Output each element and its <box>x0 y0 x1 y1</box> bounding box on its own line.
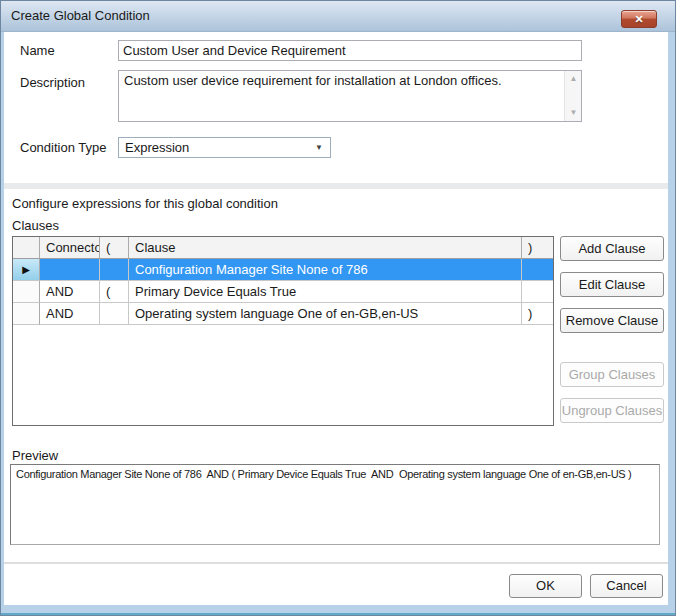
description-text: Custom user device requirement for insta… <box>124 73 502 88</box>
cell-open-paren: ( <box>100 281 129 303</box>
cell-connector <box>40 259 100 281</box>
header-close-paren: ) <box>522 237 553 259</box>
close-button[interactable]: ✕ <box>621 10 657 28</box>
cell-open-paren <box>100 303 129 325</box>
preview-label: Preview <box>12 448 58 463</box>
chevron-down-icon: ▼ <box>315 138 323 157</box>
table-row[interactable]: ▶ Configuration Manager Site None of 786 <box>13 259 553 281</box>
scroll-down-icon[interactable]: ▼ <box>565 106 582 120</box>
window-frame-accent <box>1 613 675 615</box>
row-selector-icon: ▶ <box>13 259 40 281</box>
create-global-condition-dialog: Create Global Condition ✕ Name Descripti… <box>0 0 676 616</box>
cell-connector: AND <box>40 303 100 325</box>
header-clause: Clause <box>129 237 522 259</box>
table-row[interactable]: AND Operating system language One of en-… <box>13 303 553 325</box>
header-connector: Connector <box>40 237 100 259</box>
preview-box: Configuration Manager Site None of 786 A… <box>10 464 660 545</box>
table-row[interactable]: AND ( Primary Device Equals True <box>13 281 553 303</box>
close-icon: ✕ <box>634 13 643 25</box>
condition-type-value: Expression <box>125 140 189 155</box>
dialog-title: Create Global Condition <box>11 1 150 31</box>
cell-clause: Operating system language One of en-GB,e… <box>129 303 522 325</box>
clauses-table-header: Connector ( Clause ) <box>13 237 553 259</box>
cell-connector: AND <box>40 281 100 303</box>
footer-divider <box>4 562 668 564</box>
clauses-table: Connector ( Clause ) ▶ Configuration Man… <box>12 236 554 426</box>
condition-type-select[interactable]: Expression ▼ <box>118 137 331 158</box>
group-clauses-button: Group Clauses <box>560 362 664 387</box>
ok-button[interactable]: OK <box>509 574 582 598</box>
edit-clause-button[interactable]: Edit Clause <box>560 272 664 297</box>
cell-close-paren <box>522 281 553 303</box>
header-open-paren: ( <box>100 237 129 259</box>
scroll-up-icon[interactable]: ▲ <box>565 72 582 86</box>
remove-clause-button[interactable]: Remove Clause <box>560 308 664 333</box>
description-input[interactable]: Custom user device requirement for insta… <box>118 70 582 122</box>
ungroup-clauses-button: Ungroup Clauses <box>560 398 664 423</box>
section-label: Configure expressions for this global co… <box>12 196 278 211</box>
description-label: Description <box>20 75 85 90</box>
name-input[interactable] <box>118 40 582 61</box>
add-clause-button[interactable]: Add Clause <box>560 236 664 261</box>
cell-close-paren: ) <box>522 303 553 325</box>
clauses-label: Clauses <box>12 218 59 233</box>
row-indicator <box>13 303 40 325</box>
cell-close-paren <box>522 259 553 281</box>
cell-clause: Primary Device Equals True <box>129 281 522 303</box>
description-scrollbar[interactable]: ▲ ▼ <box>564 71 581 121</box>
name-label: Name <box>20 43 55 58</box>
header-indicator <box>13 237 40 259</box>
condition-type-label: Condition Type <box>20 140 107 155</box>
row-indicator <box>13 281 40 303</box>
cell-clause: Configuration Manager Site None of 786 <box>129 259 522 281</box>
cancel-button[interactable]: Cancel <box>590 574 663 598</box>
title-bar: Create Global Condition ✕ <box>1 1 675 32</box>
section-divider <box>4 183 668 189</box>
cell-open-paren <box>100 259 129 281</box>
